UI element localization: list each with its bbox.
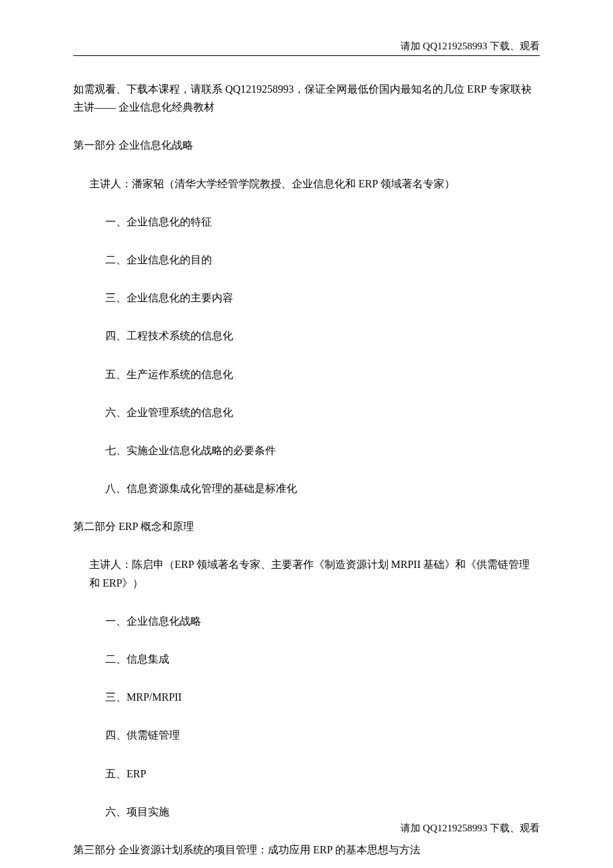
section-1-topic-4: 四、工程技术系统的信息化 xyxy=(73,327,540,345)
section-1-title: 第一部分 企业信息化战略 xyxy=(73,136,540,154)
section-2-topic-4: 四、供需链管理 xyxy=(73,726,540,744)
section-2-topic-6: 六、项目实施 xyxy=(73,803,540,821)
section-1-topic-5: 五、生产运作系统的信息化 xyxy=(73,365,540,383)
page-header: 请加 QQ1219258993 下载、观看 xyxy=(73,40,540,56)
section-2-topic-2: 二、信息集成 xyxy=(73,650,540,668)
section-1-topic-8: 八、信息资源集成化管理的基础是标准化 xyxy=(73,479,540,497)
section-2-topic-1: 一、企业信息化战略 xyxy=(73,612,540,630)
section-2-topic-5: 五、ERP xyxy=(73,765,540,783)
section-2-topic-3: 三、MRP/MRPII xyxy=(73,688,540,706)
section-3-title: 第三部分 企业资源计划系统的项目管理：成功应用 ERP 的基本思想与方法 xyxy=(73,841,540,859)
section-1-topic-6: 六、企业管理系统的信息化 xyxy=(73,403,540,421)
section-1-topic-7: 七、实施企业信息化战略的必要条件 xyxy=(73,441,540,459)
section-2-lecturer: 主讲人：陈启申（ERP 领域著名专家、主要著作《制造资源计划 MRPII 基础》… xyxy=(73,555,540,591)
section-2-title: 第二部分 ERP 概念和原理 xyxy=(73,517,540,535)
section-1-topic-2: 二、企业信息化的目的 xyxy=(73,251,540,269)
intro-paragraph: 如需观看、下载本课程，请联系 QQ1219258993，保证全网最低价国内最知名… xyxy=(73,80,540,116)
section-1-topic-3: 三、企业信息化的主要内容 xyxy=(73,289,540,307)
section-1-lecturer: 主讲人：潘家轺（清华大学经管学院教授、企业信息化和 ERP 领域著名专家） xyxy=(73,175,540,193)
section-1-topic-1: 一、企业信息化的特征 xyxy=(73,213,540,231)
page-footer: 请加 QQ1219258993 下载、观看 xyxy=(400,822,540,835)
